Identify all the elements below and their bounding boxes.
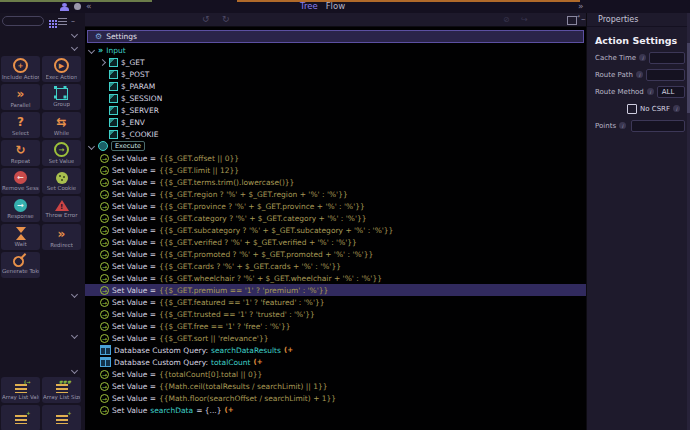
collapse-all-icon[interactable]: – (71, 18, 75, 25)
tree-item-param[interactable]: $_PARAM (85, 80, 586, 92)
input-items: $_GET$_POST$_PARAM$_SESSION$_SERVER$_ENV… (85, 56, 586, 140)
info-icon[interactable]: i (639, 54, 646, 61)
collapse-right-icon[interactable]: » (578, 1, 584, 11)
user-icon[interactable] (62, 3, 67, 7)
action-tile-throw-error[interactable]: Throw Error (42, 196, 81, 222)
step-prefix: Set Value = (112, 382, 156, 391)
set-value-step[interactable]: →Set Value ={{$_GET.featured == '1' ? 'f… (85, 296, 586, 308)
step-expression: {{$_GET.cards ? '%' + $_GET.cards + '%' … (159, 262, 341, 271)
set-value-step[interactable]: →Set Value ={{$_GET.wheelchair ? '%' + $… (85, 272, 586, 284)
db-query-step[interactable]: Database Custom Query:totalCount(+ (85, 356, 586, 368)
tree-item-get[interactable]: $_GET (85, 56, 586, 68)
parallel-icon: » (17, 87, 25, 101)
action-tile-array-list-size[interactable]: ###Array List Size (42, 377, 81, 403)
action-tile-select[interactable]: ?Select (1, 112, 40, 138)
tree-item-post[interactable]: $_POST (85, 68, 586, 80)
chevron-down-icon[interactable] (71, 367, 78, 374)
no-csrf-checkbox[interactable] (627, 104, 637, 114)
tab-tree[interactable]: Tree (300, 1, 318, 11)
chevron-down-icon[interactable] (71, 332, 78, 339)
settings-step[interactable]: ⚙ Settings (87, 30, 584, 43)
db-query-step[interactable]: Database Custom Query:searchDataResults(… (85, 344, 586, 356)
palette-section-header[interactable] (0, 364, 85, 377)
action-tile-wait[interactable]: Wait (1, 224, 40, 250)
action-tile-partial[interactable]: + (1, 405, 40, 430)
set-value-step[interactable]: →Set Value ={{$_GET.trusted == '1' ? 'tr… (85, 308, 586, 320)
palette-section-header[interactable] (0, 28, 85, 41)
info-icon[interactable]: i (619, 122, 626, 129)
cache-time-input[interactable] (649, 52, 685, 64)
set-value-step[interactable]: →Set Value ={{$_GET.offset || 0}} (85, 152, 586, 164)
route-path-input[interactable] (646, 69, 685, 81)
tree-item-server[interactable]: $_SERVER (85, 104, 586, 116)
route-method-select[interactable]: ALL (657, 86, 685, 98)
set-value-step[interactable]: →Set Value ={{$_GET.premium == '1' ? 'pr… (85, 284, 586, 296)
action-tile-repeat[interactable]: ↻Repeat (1, 140, 40, 166)
palette-section-header[interactable] (0, 329, 85, 342)
list-view-icon[interactable] (58, 18, 67, 25)
input-section-row[interactable]: » Input (85, 44, 586, 56)
collapse-left-icon[interactable]: « (86, 1, 92, 11)
chevron-down-icon[interactable] (88, 142, 95, 149)
minimize-panel-icon[interactable]: – (581, 14, 586, 24)
tree-item-env[interactable]: $_ENV (85, 116, 586, 128)
app-window: « Tree Flow » – +Include Action▶Exec Act… (0, 0, 690, 430)
action-tile-while[interactable]: ⇆While (42, 112, 81, 138)
chevron-down-icon[interactable] (71, 44, 78, 51)
set-value-step[interactable]: →Set Value ={{$_GET.sort || 'relevance'}… (85, 332, 586, 344)
set-value-step[interactable]: →Set Value ={{$_GET.cards ? '%' + $_GET.… (85, 260, 586, 272)
action-tile-include-action[interactable]: +Include Action (1, 56, 40, 82)
set-value-step[interactable]: →Set Value ={{$_GET.free == '1' ? 'free'… (85, 320, 586, 332)
chevron-down-icon[interactable] (88, 46, 95, 53)
tree-item-session[interactable]: $_SESSION (85, 92, 586, 104)
action-tile-remove-session[interactable]: ←Remove Session (1, 168, 40, 194)
set-value-step[interactable]: →Set Value ={{$_GET.category ? '%' + $_G… (85, 212, 586, 224)
info-icon[interactable]: i (673, 105, 680, 112)
action-tile-redirect[interactable]: »Redirect (42, 224, 81, 250)
set-value-step[interactable]: →Set Value ={{$_GET.verified ? '%' + $_G… (85, 236, 586, 248)
chevron-down-icon[interactable] (71, 291, 78, 298)
variable-cube-icon (109, 106, 118, 115)
action-tile-response[interactable]: →Response (1, 196, 40, 222)
set-value-step[interactable]: →Set Value ={{$_GET.subcategory ? '%' + … (85, 224, 586, 236)
wait-icon (16, 227, 26, 240)
set-value-step[interactable]: →Set Value ={{Math.floor(searchOffset / … (85, 392, 586, 404)
tile-label: Redirect (50, 242, 73, 248)
chevron-down-icon[interactable] (71, 31, 78, 38)
variable-cube-icon (109, 94, 118, 103)
action-tree-panel: ↺ ↻ ⊘ ↪ – ⚙ Settings » Input $_GET$_POST… (85, 13, 586, 430)
account-icon[interactable] (74, 3, 81, 10)
set-value-step[interactable]: →Set Value ={{$_GET.province ? '%' + $_G… (85, 200, 586, 212)
set-value-step[interactable]: →Set Value ={{Math.ceil(totalResults / s… (85, 380, 586, 392)
action-tile-generate-token[interactable]: Generate Token (1, 252, 40, 278)
export-icon[interactable] (567, 16, 577, 25)
set-value-step[interactable]: →Set Value ={{totalCount[0].total || 0}} (85, 368, 586, 380)
action-tile-group[interactable]: Group (42, 84, 81, 110)
action-tile-set-cookie[interactable]: Set Cookie (42, 168, 81, 194)
search-input[interactable] (2, 16, 44, 26)
action-tile-partial[interactable]: + (42, 405, 81, 430)
action-tile-array-list-value[interactable]: (→Array List Value (1, 377, 40, 403)
action-tile-exec-action[interactable]: ▶Exec Action (42, 56, 81, 82)
points-input[interactable] (631, 120, 685, 132)
tab-flow[interactable]: Flow (326, 1, 345, 11)
palette-section-header[interactable] (0, 41, 85, 54)
palette-section-header[interactable] (0, 288, 85, 301)
exec-action-icon: ▶ (54, 58, 69, 73)
undo-icon[interactable]: ↺ (202, 14, 210, 24)
redo-icon[interactable]: ↻ (222, 14, 230, 24)
set-value-step[interactable]: →Set ValuesearchData= {...}(+ (85, 404, 586, 416)
action-tile-parallel[interactable]: »Parallel (1, 84, 40, 110)
set-value-step[interactable]: →Set Value ={{$_GET.limit || 12}} (85, 164, 586, 176)
set-value-step[interactable]: →Set Value ={{$_GET.region ? '%' + $_GET… (85, 188, 586, 200)
action-tile-set-value[interactable]: →Set Value (42, 140, 81, 166)
tree-item-cookie[interactable]: $_COOKIE (85, 128, 586, 140)
info-icon[interactable]: i (647, 88, 654, 95)
step-prefix: Set Value = (112, 274, 156, 283)
set-value-step[interactable]: →Set Value ={{$_GET.promoted ? '%' + $_G… (85, 248, 586, 260)
info-icon[interactable]: i (636, 71, 643, 78)
execute-section-row[interactable]: Execute (85, 140, 586, 152)
set-value-step[interactable]: →Set Value ={{$_GET.terms.trim().lowerca… (85, 176, 586, 188)
grid-view-icon[interactable] (49, 20, 51, 22)
chevron-right-icon[interactable] (100, 58, 106, 67)
